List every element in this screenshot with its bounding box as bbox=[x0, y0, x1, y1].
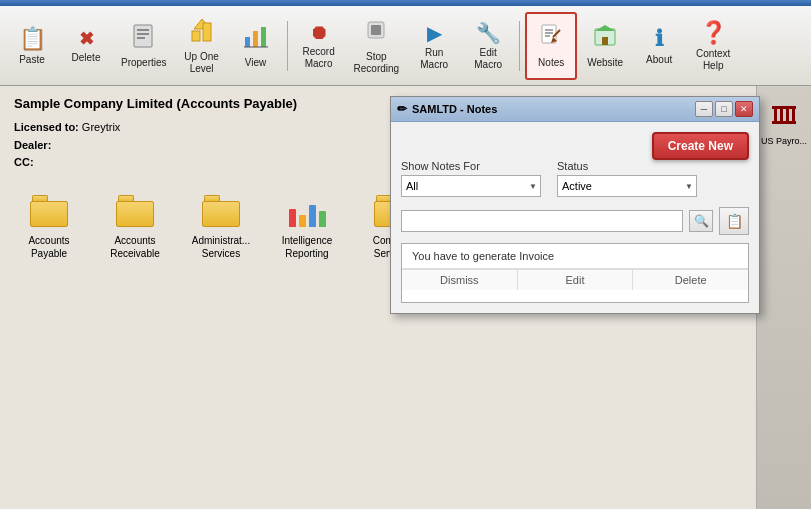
status-select[interactable]: Active Inactive bbox=[557, 175, 697, 197]
us-payroll-module[interactable]: US Payro... bbox=[759, 96, 809, 151]
svg-rect-12 bbox=[371, 25, 381, 35]
about-button[interactable]: ℹ About bbox=[633, 12, 685, 80]
notes-list: You have to generate Invoice Dismiss Edi… bbox=[401, 243, 749, 303]
svg-rect-24 bbox=[786, 108, 789, 122]
context-help-label: ContextHelp bbox=[696, 48, 730, 72]
search-icon: 🔍 bbox=[694, 214, 709, 228]
intelligence-reporting-icon bbox=[286, 192, 328, 230]
us-payroll-label: US Payro... bbox=[761, 136, 807, 147]
about-icon: ℹ bbox=[655, 26, 663, 52]
note-text: You have to generate Invoice bbox=[412, 250, 738, 262]
notes-button[interactable]: Notes bbox=[525, 12, 577, 80]
accounts-receivable-icon bbox=[114, 192, 156, 230]
edit-macro-icon: 🔧 bbox=[476, 21, 501, 45]
properties-button[interactable]: Properties bbox=[114, 12, 174, 80]
svg-rect-25 bbox=[792, 108, 795, 122]
paste-icon: 📋 bbox=[19, 26, 46, 52]
right-sidebar: US Payro... bbox=[756, 86, 811, 509]
delete-icon: ✖ bbox=[79, 28, 94, 50]
view-button[interactable]: View bbox=[230, 12, 282, 80]
notes-label: Notes bbox=[538, 57, 564, 69]
module-administrative-services[interactable]: Administrat...Services bbox=[186, 192, 256, 260]
module-accounts-receivable[interactable]: AccountsReceivable bbox=[100, 192, 170, 260]
accounts-payable-label: AccountsPayable bbox=[28, 234, 69, 260]
run-macro-button[interactable]: ▶ RunMacro bbox=[408, 12, 460, 80]
upone-icon bbox=[189, 17, 215, 49]
context-help-button[interactable]: ❓ ContextHelp bbox=[687, 12, 739, 80]
notes-dialog: ✏ SAMLTD - Notes ─ □ ✕ Create New Show N… bbox=[390, 96, 760, 314]
licensed-to-value: Greytrix bbox=[82, 121, 121, 133]
run-icon: ▶ bbox=[427, 21, 442, 45]
svg-rect-4 bbox=[192, 31, 200, 41]
view-icon bbox=[243, 23, 269, 55]
note-actions: Dismiss Edit Delete bbox=[402, 269, 748, 290]
svg-rect-23 bbox=[780, 108, 783, 122]
svg-rect-21 bbox=[602, 37, 608, 45]
status-wrapper[interactable]: Active Inactive bbox=[557, 175, 697, 197]
svg-rect-22 bbox=[774, 108, 777, 122]
delete-label: Delete bbox=[72, 52, 101, 64]
stop-recording-button[interactable]: StopRecording bbox=[347, 12, 407, 80]
administrative-services-icon bbox=[200, 192, 242, 230]
administrative-services-label: Administrat...Services bbox=[192, 234, 250, 260]
svg-rect-9 bbox=[261, 27, 266, 47]
show-notes-for-label: Show Notes For bbox=[401, 160, 541, 172]
notes-icon bbox=[538, 23, 564, 55]
svg-rect-0 bbox=[134, 25, 152, 47]
module-accounts-payable[interactable]: AccountsPayable bbox=[14, 192, 84, 260]
minimize-button[interactable]: ─ bbox=[695, 101, 713, 117]
paste-button[interactable]: 📋 Paste bbox=[6, 12, 58, 80]
record-macro-label: RecordMacro bbox=[302, 46, 334, 70]
stop-recording-label: StopRecording bbox=[354, 51, 400, 75]
us-payroll-icon bbox=[769, 100, 799, 136]
separator-1 bbox=[287, 21, 288, 71]
record-icon: ⏺ bbox=[309, 21, 329, 44]
context-help-icon: ❓ bbox=[700, 20, 727, 46]
website-label: Website bbox=[587, 57, 623, 69]
main-content: Sample Company Limited (Accounts Payable… bbox=[0, 86, 811, 509]
delete-button[interactable]: ✖ Delete bbox=[60, 12, 112, 80]
delete-note-button[interactable]: Delete bbox=[633, 270, 748, 290]
paste-label: Paste bbox=[19, 54, 45, 66]
module-intelligence-reporting[interactable]: IntelligenceReporting bbox=[272, 192, 342, 260]
run-macro-label: RunMacro bbox=[420, 47, 448, 71]
intelligence-reporting-label: IntelligenceReporting bbox=[282, 234, 333, 260]
note-item: You have to generate Invoice bbox=[402, 244, 748, 269]
maximize-button[interactable]: □ bbox=[715, 101, 733, 117]
properties-icon bbox=[131, 23, 157, 55]
filter-row: Show Notes For All Status Active Inactiv… bbox=[401, 160, 749, 197]
list-icon: 📋 bbox=[726, 213, 743, 229]
website-button[interactable]: Website bbox=[579, 12, 631, 80]
list-view-button[interactable]: 📋 bbox=[719, 207, 749, 235]
licensed-to-label: Licensed to: bbox=[14, 121, 82, 133]
about-label: About bbox=[646, 54, 672, 66]
dismiss-button[interactable]: Dismiss bbox=[402, 270, 518, 290]
search-button[interactable]: 🔍 bbox=[689, 210, 713, 232]
svg-rect-1 bbox=[137, 29, 149, 31]
properties-label: Properties bbox=[121, 57, 167, 69]
status-label: Status bbox=[557, 160, 697, 172]
create-new-button[interactable]: Create New bbox=[652, 132, 749, 160]
edit-button[interactable]: Edit bbox=[518, 270, 634, 290]
svg-marker-20 bbox=[595, 25, 615, 31]
toolbar: 📋 Paste ✖ Delete Properties Up OneLevel bbox=[0, 6, 811, 86]
dealer-label: Dealer: bbox=[14, 139, 51, 151]
show-notes-for-select[interactable]: All bbox=[401, 175, 541, 197]
upone-button[interactable]: Up OneLevel bbox=[176, 12, 228, 80]
status-group: Status Active Inactive bbox=[557, 160, 697, 197]
search-input[interactable] bbox=[401, 210, 683, 232]
svg-rect-3 bbox=[137, 37, 145, 39]
website-icon bbox=[592, 23, 618, 55]
record-macro-button[interactable]: ⏺ RecordMacro bbox=[293, 12, 345, 80]
edit-macro-button[interactable]: 🔧 EditMacro bbox=[462, 12, 514, 80]
search-row: 🔍 📋 bbox=[401, 207, 749, 235]
accounts-payable-icon bbox=[28, 192, 70, 230]
svg-rect-8 bbox=[253, 31, 258, 47]
svg-rect-2 bbox=[137, 33, 149, 35]
show-notes-for-wrapper[interactable]: All bbox=[401, 175, 541, 197]
edit-macro-label: EditMacro bbox=[474, 47, 502, 71]
cc-label: CC: bbox=[14, 156, 34, 168]
close-button[interactable]: ✕ bbox=[735, 101, 753, 117]
dialog-controls: ─ □ ✕ bbox=[695, 101, 753, 117]
show-notes-for-group: Show Notes For All bbox=[401, 160, 541, 197]
